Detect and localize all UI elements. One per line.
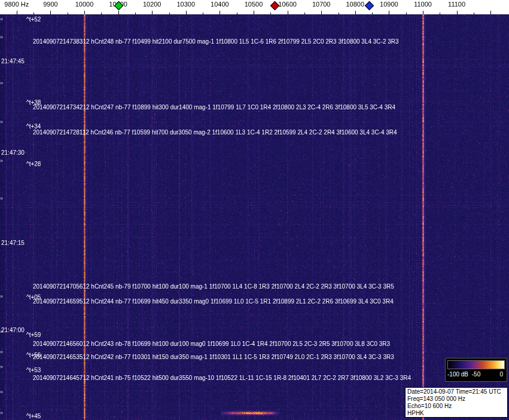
edge-marker: » <box>0 17 3 22</box>
axis-tick <box>68 13 68 14</box>
axis-tick <box>389 11 389 14</box>
axis-tick <box>33 13 34 14</box>
event-time-marker: ^t+52 <box>26 16 41 23</box>
axis-label-11100: 11100 <box>448 1 465 8</box>
axis-tick <box>203 13 203 14</box>
axis-label-11000: 11000 <box>414 1 432 8</box>
colorbar-label-max: 0 <box>499 371 503 378</box>
event-annotation: 20140907214645712 hCnt241 nb-75 f10522 h… <box>33 375 411 381</box>
time-label: 21:47:00 <box>1 327 25 333</box>
axis-tick <box>474 13 474 14</box>
meteor-echo-monitor: 9800 Hz990010000101001020010300104001050… <box>0 0 509 420</box>
info-date-time: Date=2014-09-07 Time=21:45 UTC <box>407 388 507 396</box>
edge-marker: » <box>0 329 3 335</box>
info-echo: Echo=10 600 Hz <box>407 403 507 410</box>
annotation-overlay: 21:47:4521:47:3021:47:1521:47:00^t+52^t+… <box>0 0 509 420</box>
axis-label-10000: 10000 <box>75 1 94 8</box>
edge-marker: » <box>0 81 3 86</box>
event-time-marker: ^t+59 <box>26 332 41 338</box>
event-time-marker: ^t+45 <box>26 413 41 419</box>
axis-tick <box>237 13 237 14</box>
event-annotation: 20140907214656012 hCnt243 nb-78 f10699 h… <box>33 341 390 347</box>
frequency-axis: 9800 Hz990010000101001020010300104001050… <box>0 0 509 14</box>
event-annotation: 20140907214728112 hCnt246 nb-77 f10599 h… <box>33 129 397 136</box>
event-time-marker: ^t+53 <box>26 367 41 373</box>
axis-tick <box>17 11 17 14</box>
axis-tick <box>321 11 322 14</box>
event-annotation: 20140907214734212 hCnt247 nb-77 f10899 h… <box>33 104 395 111</box>
edge-marker: » <box>0 350 3 355</box>
info-station: HPHK <box>407 410 507 417</box>
event-time-marker: ^t+28 <box>26 161 41 167</box>
axis-tick <box>457 11 458 14</box>
axis-tick <box>135 13 136 14</box>
axis-tick <box>270 13 271 14</box>
edge-marker: » <box>0 196 3 201</box>
axis-label-9800: 9800 Hz <box>4 1 29 8</box>
axis-label-10900: 10900 <box>380 1 398 8</box>
axis-tick <box>118 11 119 14</box>
axis-tick <box>220 11 220 14</box>
edge-marker: » <box>0 35 3 40</box>
edge-marker: » <box>0 364 3 370</box>
axis-label-10200: 10200 <box>143 1 161 8</box>
axis-tick <box>152 11 153 14</box>
colorbar: -100 dB -50 0 <box>445 358 507 382</box>
axis-tick <box>186 11 187 14</box>
axis-tick <box>304 13 305 14</box>
event-annotation: 20140907214738312 hCnt248 nb-77 f10499 h… <box>33 38 399 45</box>
axis-label-10700: 10700 <box>312 1 331 8</box>
colorbar-label-mid: -50 <box>472 371 480 378</box>
axis-tick <box>406 13 407 14</box>
event-annotation: 20140907214705612 hCnt245 nb-79 f10700 h… <box>33 283 394 290</box>
edge-marker: » <box>0 410 3 416</box>
axis-tick <box>372 13 373 14</box>
axis-tick <box>423 11 423 14</box>
status-info-box: Date=2014-09-07 Time=21:45 UTC Freq=143 … <box>405 387 508 418</box>
axis-tick <box>254 11 254 14</box>
axis-label-9900: 9900 <box>43 1 57 8</box>
time-label: 21:47:30 <box>1 149 25 156</box>
axis-label-10500: 10500 <box>245 1 263 8</box>
axis-tick <box>440 13 440 14</box>
info-frequency: Freq=143 050 000 Hz <box>407 396 507 403</box>
colorbar-label-min: -100 dB <box>447 371 468 378</box>
edge-marker: » <box>0 294 3 299</box>
axis-tick <box>288 11 288 14</box>
axis-tick <box>101 13 102 14</box>
colorbar-gradient <box>447 360 505 369</box>
blue-diamond-marker-icon[interactable] <box>365 1 374 11</box>
time-label: 21:47:15 <box>1 240 25 246</box>
axis-label-10300: 10300 <box>177 1 196 8</box>
event-annotation: 20140907214653512 hCnt242 nb-77 f10301 h… <box>33 354 394 360</box>
axis-tick <box>169 13 170 14</box>
edge-marker: » <box>0 158 3 164</box>
event-annotation: 20140907214659512 hCnt244 nb-77 f10699 h… <box>33 298 394 305</box>
axis-tick <box>50 11 51 14</box>
edge-marker: » <box>0 119 3 125</box>
axis-label-10800: 10800 <box>346 1 365 8</box>
axis-tick <box>490 11 491 14</box>
time-label: 21:47:45 <box>1 58 25 65</box>
axis-tick <box>84 11 85 14</box>
axis-tick <box>339 13 339 14</box>
edge-marker: » <box>0 390 3 395</box>
axis-tick <box>355 11 356 14</box>
axis-label-10400: 10400 <box>211 1 229 8</box>
axis-label-10600: 10600 <box>278 1 297 8</box>
